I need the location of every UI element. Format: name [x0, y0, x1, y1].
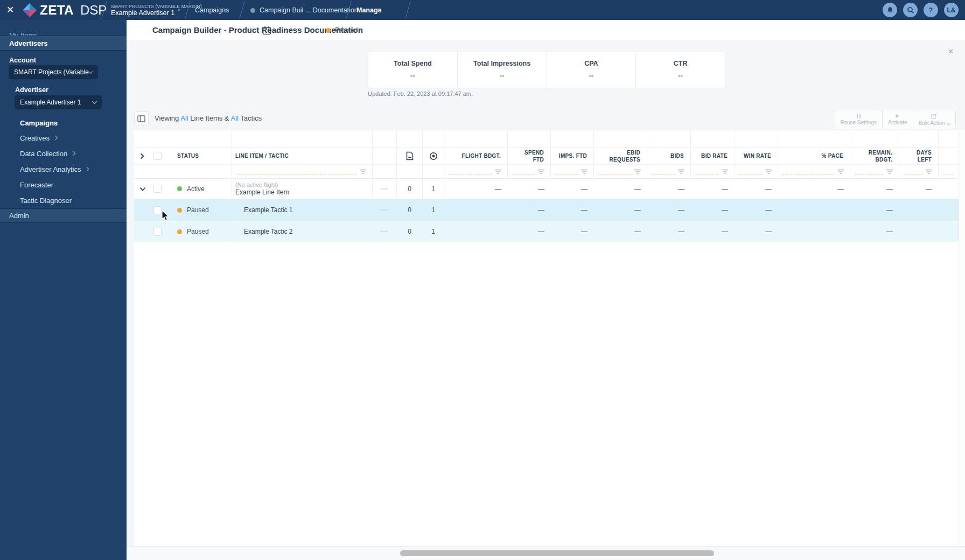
more-options-icon[interactable]: •••	[380, 186, 388, 192]
sidebar-section-admin[interactable]: Admin	[0, 208, 127, 223]
filter-remain-bdgt[interactable]	[850, 165, 899, 178]
header-bid-rate[interactable]: BID RATE	[691, 148, 735, 164]
filter-extra[interactable]	[939, 165, 959, 178]
stat-value: --	[547, 72, 636, 80]
row-checkbox[interactable]	[153, 228, 162, 236]
select-all-checkbox[interactable]	[153, 152, 162, 160]
table-row-tactic-1[interactable]: Paused Example Tactic 1 ••• 0 1 — — — — …	[134, 199, 959, 221]
notifications-button[interactable]	[883, 3, 897, 17]
sidebar-item-label: Creatives	[20, 134, 50, 142]
paused-status-dot	[177, 208, 182, 213]
filter-ebid-requests[interactable]	[594, 165, 647, 178]
tactic-name[interactable]: Example Tactic 1	[232, 206, 293, 214]
row-menu-cell: •••	[373, 199, 397, 221]
column-settings-button[interactable]	[134, 111, 149, 126]
sidebar-item-creatives[interactable]: Creatives	[5, 131, 121, 145]
cell-ebid-requests: —	[594, 179, 647, 199]
play-icon	[895, 114, 900, 118]
campaign-status-badge: Paused	[326, 20, 358, 40]
filter-spend-ftd[interactable]	[508, 165, 551, 178]
pause-settings-button[interactable]: Pause Settings	[835, 110, 882, 129]
filter-days-left[interactable]	[899, 165, 939, 178]
sidebar-item-label: Campaigns	[20, 119, 58, 127]
filter-icon	[537, 169, 545, 174]
filter-all-tactics-link[interactable]: All	[230, 114, 238, 122]
filter-pace[interactable]	[778, 165, 850, 178]
filter-line-item[interactable]	[232, 165, 373, 178]
bulk-action-button[interactable]: Bulk Action	[913, 110, 955, 129]
activate-label: Activate	[888, 120, 907, 125]
filter-icon	[677, 169, 685, 174]
line-item-name-cell[interactable]: (No active flight) Example Line Item	[232, 179, 373, 199]
cell-imps-ftd: —	[551, 221, 594, 242]
line-item-name[interactable]: Example Line Item	[235, 188, 289, 196]
horizontal-scrollbar-track[interactable]	[127, 546, 965, 560]
header-flight-bdgt[interactable]: FLIGHT BDGT.	[444, 148, 508, 164]
header-imps-ftd[interactable]: IMPS. FTD	[551, 148, 594, 164]
header-ebid-requests[interactable]: EBID REQUESTS	[594, 148, 647, 164]
row-expander-cell[interactable]	[134, 179, 150, 199]
chevron-down-icon[interactable]	[139, 187, 146, 191]
help-button[interactable]: ?	[924, 3, 938, 17]
close-icon[interactable]: ✕	[6, 0, 14, 20]
user-avatar[interactable]: L&	[944, 3, 959, 17]
tactic-name-cell[interactable]: Example Tactic 2	[232, 221, 373, 242]
header-status[interactable]: STATUS	[171, 148, 232, 164]
logo-zeta-text: ZETA	[40, 3, 74, 18]
pause-settings-label: Pause Settings	[841, 120, 877, 125]
stat-total-spend: Total Spend --	[368, 52, 457, 88]
search-button[interactable]	[903, 3, 918, 17]
row-checkbox[interactable]	[153, 206, 162, 214]
filter-icon	[494, 169, 502, 174]
advertiser-select[interactable]: Example Advertiser 1	[15, 95, 102, 109]
cell-pace	[778, 221, 850, 242]
table-row-line-item[interactable]: Active (No active flight) Example Line I…	[134, 179, 959, 199]
filter-bids[interactable]	[647, 165, 691, 178]
tactic-name-cell[interactable]: Example Tactic 1	[232, 199, 373, 221]
table-row-tactic-2[interactable]: Paused Example Tactic 2 ••• 0 1 — — — — …	[134, 221, 959, 242]
breadcrumb-account[interactable]: SMART PROJECTS (VARIABLE MARGIN) Example…	[111, 0, 202, 20]
header-creatives[interactable]	[397, 148, 423, 164]
filter-win-rate[interactable]	[735, 165, 778, 178]
tactic-name[interactable]: Example Tactic 2	[232, 228, 293, 235]
header-bids[interactable]: BIDS	[647, 148, 691, 164]
filter-imps-ftd[interactable]	[551, 165, 594, 178]
sidebar-item-campaigns[interactable]: Campaigns	[5, 116, 121, 130]
filter-flight-bdgt[interactable]	[444, 165, 508, 178]
filter-all-line-items-link[interactable]: All	[180, 114, 188, 122]
sidebar-item-forecaster[interactable]: Forecaster	[5, 178, 121, 192]
sidebar-item-data-collection[interactable]: Data Collection	[5, 146, 121, 160]
header-line-item[interactable]: LINE ITEM / TACTIC	[232, 148, 373, 164]
cell-bid-rate: —	[691, 221, 735, 242]
row-checkbox[interactable]	[153, 185, 162, 193]
sidebar-item-label: Advertiser Analytics	[20, 165, 81, 173]
account-select[interactable]: SMART Projects (Variable M...	[9, 65, 98, 79]
sidebar-item-tactic-diagnoser[interactable]: Tactic Diagnoser	[5, 193, 121, 207]
header-pace[interactable]: % PACE	[778, 148, 850, 164]
filter-icon	[634, 169, 641, 174]
header-tactics[interactable]	[423, 148, 444, 164]
header-days-left[interactable]: DAYS LEFT	[899, 148, 939, 164]
avatar-initials: L&	[947, 6, 956, 14]
header-win-rate[interactable]: WIN RATE	[735, 148, 778, 164]
more-options-icon[interactable]: •••	[380, 229, 388, 234]
sidebar-section-advertisers[interactable]: Advertisers	[0, 36, 127, 51]
vertical-scrollbar[interactable]	[959, 130, 965, 546]
horizontal-scrollbar-thumb[interactable]	[400, 550, 714, 556]
zeta-dsp-logo[interactable]: ZETA DSP	[23, 0, 107, 20]
header-spend-ftd[interactable]: SPEND FTD	[508, 148, 551, 164]
header-remain-bdgt[interactable]: REMAIN. BDGT.	[850, 148, 899, 164]
active-status-dot	[177, 186, 182, 191]
filter-bid-rate[interactable]	[691, 165, 735, 178]
sidebar-item-label: Tactic Diagnoser	[20, 197, 72, 205]
columns-panel-icon	[137, 115, 145, 122]
expand-all-cell[interactable]	[134, 148, 150, 164]
sidebar-item-advertiser-analytics[interactable]: Advertiser Analytics	[5, 162, 121, 176]
sidebar-item-label: Forecaster	[20, 181, 53, 189]
last-updated-text: Updated: Feb. 22, 2023 at 09:17:47 am.	[368, 90, 473, 97]
overview-close-icon[interactable]: ✕	[948, 47, 954, 55]
chevron-right-icon: ›	[377, 0, 380, 20]
more-options-icon[interactable]: •••	[380, 207, 388, 213]
activate-button[interactable]: Activate	[882, 110, 913, 129]
cell-ebid-requests: —	[594, 221, 647, 242]
